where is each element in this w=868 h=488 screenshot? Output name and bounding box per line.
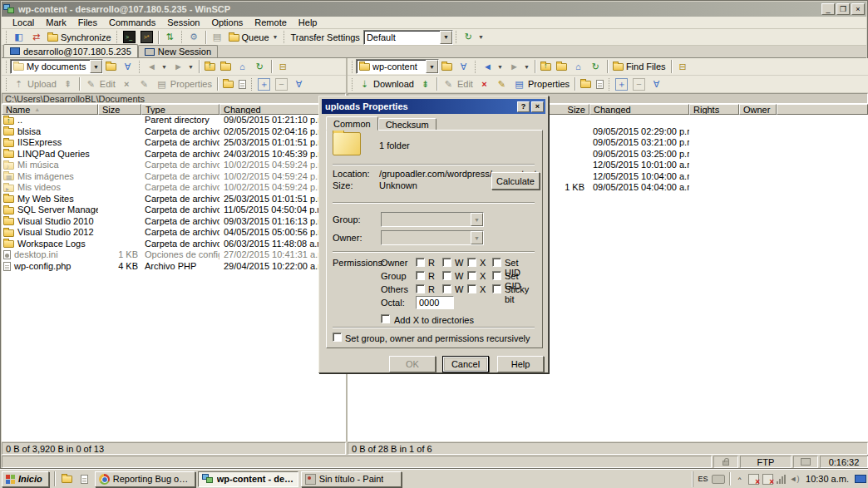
session-dropdown-arrow[interactable]: ▼	[478, 34, 484, 40]
clock[interactable]: 10:30 a.m.	[803, 474, 851, 484]
file-row[interactable]: IISExpressCarpeta de archivos25/03/2015 …	[2, 137, 346, 149]
perm-checkbox-group-x[interactable]	[467, 271, 476, 280]
local-edit-button[interactable]: ✎Edit	[82, 76, 118, 91]
close-button[interactable]: ×	[851, 3, 865, 15]
remote-drive-dropdown-arrow[interactable]: ▼	[426, 60, 438, 73]
local-new-file-button[interactable]	[236, 76, 249, 91]
help-button[interactable]: Help	[497, 356, 544, 372]
perm-checkbox-owner-x[interactable]	[467, 258, 476, 267]
queue-button[interactable]: Queue ▼	[226, 30, 281, 45]
file-row[interactable]: Workspace LogsCarpeta de archivos06/03/2…	[2, 239, 346, 250]
column-header-changed[interactable]: Changed	[589, 104, 689, 115]
local-path-bar[interactable]: C:\Users\DesarrolloBL\Documents	[2, 93, 346, 104]
owner-combo[interactable]: ▼	[381, 230, 484, 245]
file-row[interactable]: Mis videosCarpeta de archivos10/02/2015 …	[2, 182, 346, 194]
local-new-folder-button[interactable]	[220, 76, 236, 91]
keyboard-icon[interactable]	[712, 475, 725, 484]
queue-dropdown-arrow[interactable]: ▼	[273, 34, 279, 40]
menu-item-local[interactable]: Local	[7, 17, 40, 29]
remote-home-directory-button[interactable]: ⌂	[570, 59, 587, 74]
remote-select-same-ext-button[interactable]: ∀	[648, 76, 665, 91]
task-button-chrome[interactable]: Reporting Bug or Asking ...	[95, 471, 195, 487]
file-row[interactable]: Visual Studio 2012Carpeta de archivos04/…	[2, 227, 346, 239]
perm-checkbox-group-r[interactable]	[416, 271, 425, 280]
download-and-delete-button[interactable]: ⇟	[417, 76, 434, 91]
file-row[interactable]: Mis imágenesCarpeta de archivos10/02/201…	[2, 171, 346, 183]
remote-new-file-button[interactable]	[594, 76, 606, 91]
dialog-help-icon-button[interactable]: ?	[517, 101, 530, 112]
minimize-button[interactable]: _	[821, 3, 835, 15]
local-home-directory-button[interactable]: ⌂	[234, 59, 251, 74]
restore-button[interactable]: ❐	[836, 3, 850, 15]
console-commands-button[interactable]: >*	[138, 30, 155, 45]
remote-properties-button[interactable]: ▤Properties	[510, 76, 572, 91]
download-button[interactable]: ⇣Download	[356, 76, 417, 91]
synchronize-button[interactable]: Synchronize	[45, 30, 114, 45]
synchronize-browsing-button[interactable]: ⇅	[161, 30, 179, 45]
security-alert-icon[interactable]	[748, 474, 759, 485]
open-terminal-button[interactable]: >_	[121, 30, 138, 45]
preferences-button[interactable]: ⚙	[185, 30, 203, 45]
task-button-winscp[interactable]: wp-content - desarrol...	[198, 471, 298, 487]
calculate-button[interactable]: Calculate	[491, 172, 540, 190]
local-unselect-button[interactable]: −	[273, 76, 290, 91]
local-refresh-button[interactable]: ↻	[251, 59, 269, 74]
local-properties-button[interactable]: ▤Properties	[153, 76, 215, 91]
local-drive-combo[interactable]: My documents ▼	[10, 59, 103, 74]
session-tab-2[interactable]: New Session	[138, 45, 218, 57]
add-x-checkbox[interactable]	[381, 314, 390, 323]
remote-new-folder-button[interactable]	[578, 76, 594, 91]
menu-item-mark[interactable]: Mark	[40, 17, 72, 29]
task-button-paint[interactable]: Sin título - Paint	[301, 471, 402, 487]
session-generate-url-button[interactable]: ↻ ▼	[460, 30, 486, 45]
remote-parent-directory-button[interactable]	[538, 59, 554, 74]
dialog-tab-common[interactable]: Common	[326, 116, 378, 131]
volume-icon[interactable]: ◄)	[789, 474, 800, 485]
column-header-size[interactable]: Size	[98, 104, 141, 115]
local-select-same-ext-button[interactable]: ∀	[290, 76, 308, 91]
file-row[interactable]: Mi músicaCarpeta de archivos10/02/2015 0…	[2, 160, 346, 171]
transfer-settings-dropdown-arrow[interactable]: ▼	[440, 31, 452, 44]
remote-select-button[interactable]: ＋	[613, 76, 630, 91]
local-rename-button[interactable]: ✎	[136, 76, 153, 91]
local-delete-button[interactable]: ×	[118, 76, 136, 91]
menu-item-files[interactable]: Files	[72, 17, 103, 29]
file-row[interactable]: blsisaCarpeta de archivos02/05/2015 02:0…	[2, 126, 346, 138]
language-indicator[interactable]: ES	[698, 474, 708, 485]
perm-checkbox-owner-w[interactable]	[442, 258, 451, 267]
local-filter-button[interactable]: ∀	[119, 59, 136, 74]
remote-rename-button[interactable]: ✎	[493, 76, 510, 91]
swap-panels-button[interactable]: ⇄	[27, 30, 45, 45]
perm-checkbox-sticky-bit[interactable]	[492, 284, 501, 293]
file-row[interactable]: wp-config.php4 KBArchivo PHP29/04/2015 1…	[2, 261, 346, 273]
file-row[interactable]: Visual Studio 2010Carpeta de archivos09/…	[2, 216, 346, 228]
cancel-button[interactable]: Cancel	[442, 356, 489, 372]
local-select-button[interactable]: ＋	[255, 76, 273, 91]
find-files-button[interactable]: Find Files	[610, 59, 668, 74]
remote-refresh-button[interactable]: ↻	[587, 59, 604, 74]
remote-edit-button[interactable]: ✎Edit	[440, 76, 476, 91]
local-back-button[interactable]: ◄▼	[143, 59, 170, 74]
local-open-directory-button[interactable]	[103, 59, 119, 74]
local-directory-tree-button[interactable]: ⊟	[274, 59, 292, 74]
remote-open-directory-button[interactable]	[439, 59, 455, 74]
remote-unselect-button[interactable]: −	[630, 76, 648, 91]
ok-button[interactable]: OK	[389, 356, 436, 372]
file-row[interactable]: desktop.ini1 KBOpciones de config...27/0…	[2, 249, 346, 261]
column-header-owner[interactable]: Owner	[739, 104, 777, 115]
group-combo[interactable]: ▼	[381, 212, 484, 227]
upload-and-delete-button[interactable]: ⇞	[59, 76, 76, 91]
perm-checkbox-set-gid[interactable]	[492, 271, 501, 280]
column-header-name[interactable]: Name▲	[2, 104, 98, 115]
menu-item-help[interactable]: Help	[293, 17, 323, 29]
remote-forward-button[interactable]: ►▼	[506, 59, 532, 74]
menu-item-commands[interactable]: Commands	[103, 17, 161, 29]
local-drive-dropdown-arrow[interactable]: ▼	[90, 60, 102, 73]
dialog-close-button[interactable]: ×	[531, 101, 544, 112]
file-row[interactable]: ..Parent directory09/05/2015 01:21:10 p.…	[2, 115, 346, 126]
local-forward-button[interactable]: ►▼	[170, 59, 196, 74]
hide-icons-arrow[interactable]: ^	[734, 474, 745, 485]
perm-checkbox-set-uid[interactable]	[492, 258, 501, 267]
dialog-tab-checksum[interactable]: Checksum	[378, 118, 436, 131]
column-header-type[interactable]: Type	[141, 104, 219, 115]
